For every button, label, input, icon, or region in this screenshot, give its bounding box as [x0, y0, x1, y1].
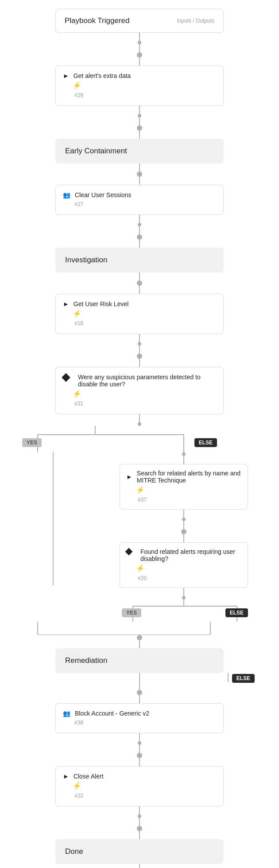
connector-7: [139, 163, 140, 171]
playbook-triggered-node[interactable]: Playbook Triggered Inputs / Outputs: [55, 9, 224, 33]
dot-17: [137, 690, 142, 695]
branch-area-2: YES ELSE: [120, 599, 248, 622]
found-related-label: Found related alerts requiring user disa…: [140, 548, 241, 562]
people-icon-2: 👥: [63, 710, 70, 717]
dot-14: [181, 529, 186, 534]
connector-17: [139, 414, 140, 422]
search-alerts-number: #37: [126, 497, 241, 503]
early-containment-label: Early Containment: [65, 147, 127, 155]
block-account-label: Block Account - Generic v2: [75, 710, 149, 717]
connector-29: [139, 806, 140, 814]
else-badge-1: ELSE: [194, 438, 217, 446]
suspicious-params-number: #31: [63, 401, 216, 407]
connector-24: [139, 682, 140, 690]
connector-10: [139, 226, 140, 234]
dot-11: [138, 422, 141, 426]
dot-5: [137, 171, 142, 177]
lightning-icon-4: ⚡: [126, 486, 241, 494]
connector-28: [139, 758, 140, 766]
search-alerts-label: Search for related alerts by name and MI…: [137, 470, 241, 484]
close-alert-number: #22: [63, 793, 216, 799]
branch-area-1: YES ELSE: [11, 426, 268, 452]
yes-line: [52, 452, 54, 585]
suspicious-params-node[interactable]: Were any suspicious parameters detected …: [55, 367, 224, 414]
connector-21: [183, 534, 184, 542]
dot-6: [138, 223, 141, 226]
block-account-node[interactable]: 👥 Block Account - Generic v2 #38: [55, 703, 224, 733]
done-node[interactable]: Done: [55, 839, 224, 864]
branch-svg-1: [11, 426, 268, 452]
connector-15: [139, 346, 140, 354]
lightning-icon-3: ⚡: [63, 389, 216, 398]
connector-13: [139, 286, 140, 294]
done-label: Done: [65, 847, 83, 856]
connector-14: [139, 334, 140, 342]
dot-18: [138, 741, 141, 745]
found-related-number: #20: [126, 575, 241, 581]
suspicious-params-label: Were any suspicious parameters detected …: [78, 374, 216, 388]
get-alert-label: Get alert's extra data: [74, 72, 131, 79]
dot-10: [137, 354, 142, 359]
connector-11: [139, 240, 140, 248]
connector-1: [139, 33, 140, 41]
arrow-right-icon: ►: [63, 72, 69, 79]
lightning-icon-5: ⚡: [126, 564, 241, 572]
close-alert-node[interactable]: ► Close Alert ⚡ #22: [55, 766, 224, 806]
else2-line-area: ELSE: [11, 673, 268, 682]
connector-9: [139, 215, 140, 223]
dot-1: [138, 41, 141, 44]
lightning-icon-2: ⚡: [63, 309, 216, 318]
connector-22: [183, 588, 184, 596]
connector-32: [139, 864, 140, 868]
else-path: ► Search for related alerts by name and …: [100, 452, 268, 622]
dot-2: [137, 52, 142, 58]
dot-9: [138, 342, 141, 346]
block-account-number: #38: [63, 720, 216, 726]
get-alert-number: #29: [63, 92, 216, 98]
get-user-risk-node[interactable]: ► Get User Risk Level ⚡ #18: [55, 294, 224, 334]
connector-19: [183, 510, 184, 518]
yes-path: [11, 452, 95, 585]
else-badge-3: ELSE: [232, 674, 255, 682]
connector-6: [139, 131, 140, 139]
dot-7: [137, 234, 142, 240]
clear-sessions-node[interactable]: 👥 Clear User Sessions #27: [55, 185, 224, 215]
connector-25: [139, 695, 140, 703]
clear-sessions-number: #27: [63, 201, 216, 207]
get-alert-node[interactable]: ► Get alert's extra data ⚡ #29: [55, 66, 224, 106]
found-related-node[interactable]: Found related alerts requiring user disa…: [120, 542, 248, 588]
else-label-2: ELSE: [225, 608, 248, 617]
dot-16: [137, 635, 142, 640]
search-alerts-node[interactable]: ► Search for related alerts by name and …: [120, 464, 248, 510]
two-column-area: ► Search for related alerts by name and …: [11, 452, 268, 622]
lightning-icon-6: ⚡: [63, 782, 216, 790]
connector-27: [139, 745, 140, 753]
else-badge-2: ELSE: [225, 608, 248, 616]
lightning-icon-1: ⚡: [63, 81, 216, 90]
remediation-node[interactable]: Remediation: [55, 648, 224, 673]
dot-4: [137, 125, 142, 131]
connector-30: [139, 818, 140, 826]
yes-badge-2: YES: [122, 608, 141, 616]
connector-2: [139, 44, 140, 52]
dot-12: [182, 452, 186, 456]
yes-label-1: YES: [22, 438, 42, 447]
else-label-1: ELSE: [194, 438, 217, 447]
yes-label-2: YES: [122, 608, 141, 617]
clear-sessions-label: Clear User Sessions: [75, 191, 132, 199]
else2-svg: [11, 673, 268, 682]
connector-26: [139, 733, 140, 741]
else-label-3: ELSE: [232, 674, 255, 683]
connector-5: [139, 117, 140, 125]
diamond-icon-2: [125, 548, 133, 556]
arrow-right-icon-3: ►: [126, 473, 132, 480]
connector-31: [139, 831, 140, 839]
dot-13: [182, 518, 186, 521]
early-containment-node[interactable]: Early Containment: [55, 139, 224, 163]
dot-8: [137, 280, 142, 286]
investigation-node[interactable]: Investigation: [55, 248, 224, 272]
playbook-title: Playbook Triggered: [65, 16, 129, 25]
connector-12: [139, 272, 140, 280]
investigation-label: Investigation: [65, 256, 107, 264]
connector-16: [139, 359, 140, 367]
